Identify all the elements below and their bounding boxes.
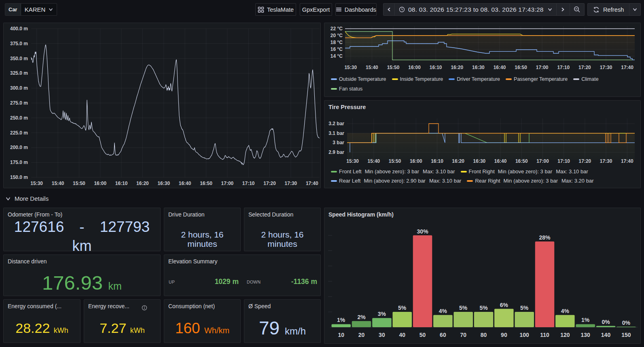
svg-text:1%: 1%	[337, 317, 345, 323]
svg-text:17:40: 17:40	[306, 181, 318, 186]
svg-text:16:30: 16:30	[472, 65, 485, 70]
svg-text:17:40: 17:40	[621, 158, 633, 164]
svg-text:17:00: 17:00	[536, 158, 549, 164]
svg-text:17:10: 17:10	[557, 65, 570, 70]
svg-text:16:40: 16:40	[494, 158, 507, 164]
svg-text:60: 60	[440, 332, 446, 338]
svg-text:18 °C: 18 °C	[330, 40, 343, 45]
svg-text:5%: 5%	[520, 305, 529, 311]
svg-text:16:40: 16:40	[179, 181, 191, 186]
svg-text:16:50: 16:50	[515, 158, 528, 164]
svg-text:400.0 m: 400.0 m	[10, 26, 28, 32]
svg-text:4%: 4%	[439, 308, 447, 314]
svg-text:0%: 0%	[622, 320, 631, 326]
svg-text:16:50: 16:50	[200, 181, 212, 186]
svg-text:15:30: 15:30	[344, 65, 357, 70]
svg-text:16:50: 16:50	[515, 65, 527, 70]
svg-text:15:40: 15:40	[368, 158, 380, 164]
svg-text:5%: 5%	[459, 305, 468, 311]
svg-text:17:00: 17:00	[536, 65, 549, 70]
svg-text:16:20: 16:20	[451, 65, 463, 70]
svg-text:16:40: 16:40	[494, 65, 506, 70]
svg-text:28%: 28%	[539, 234, 551, 241]
svg-text:22 °C: 22 °C	[330, 26, 343, 32]
svg-text:2.9 bar: 2.9 bar	[328, 149, 344, 155]
svg-text:16:10: 16:10	[431, 158, 443, 164]
svg-text:16 °C: 16 °C	[330, 46, 343, 52]
svg-text:120: 120	[560, 332, 570, 338]
svg-text:6%: 6%	[500, 302, 508, 308]
svg-text:16:30: 16:30	[473, 158, 486, 164]
svg-text:40: 40	[399, 332, 405, 338]
svg-text:16:30: 16:30	[157, 181, 170, 186]
svg-text:70: 70	[460, 332, 466, 338]
svg-text:110: 110	[540, 332, 549, 338]
svg-text:16:00: 16:00	[408, 65, 421, 70]
svg-text:2%: 2%	[357, 314, 366, 320]
svg-text:300.0 m: 300.0 m	[10, 85, 28, 91]
svg-text:130: 130	[581, 332, 591, 338]
svg-text:175.0 m: 175.0 m	[10, 160, 28, 165]
svg-text:3.1 bar: 3.1 bar	[328, 130, 344, 136]
svg-text:17:10: 17:10	[242, 181, 255, 186]
svg-text:5%: 5%	[398, 305, 407, 311]
svg-text:16:20: 16:20	[452, 158, 464, 164]
svg-text:15:30: 15:30	[346, 158, 359, 164]
svg-text:3.2 bar: 3.2 bar	[328, 121, 344, 126]
svg-text:16:10: 16:10	[115, 181, 128, 186]
svg-text:15:30: 15:30	[30, 181, 43, 186]
svg-text:4%: 4%	[561, 308, 570, 314]
svg-text:5%: 5%	[479, 305, 488, 311]
svg-text:16:10: 16:10	[430, 65, 442, 70]
svg-text:17:20: 17:20	[578, 65, 591, 70]
svg-text:10: 10	[338, 332, 344, 338]
svg-text:17:30: 17:30	[285, 181, 297, 186]
svg-text:16:00: 16:00	[94, 181, 106, 186]
svg-text:150: 150	[621, 332, 631, 338]
svg-text:375.0 m: 375.0 m	[10, 41, 28, 46]
svg-text:275.0 m: 275.0 m	[10, 100, 28, 106]
svg-text:50: 50	[419, 332, 426, 338]
svg-text:3%: 3%	[378, 311, 386, 317]
svg-text:20 °C: 20 °C	[330, 33, 343, 38]
svg-text:16:20: 16:20	[136, 181, 149, 186]
svg-text:14 °C: 14 °C	[330, 53, 343, 59]
svg-text:350.0 m: 350.0 m	[10, 56, 28, 61]
svg-text:80: 80	[481, 332, 487, 338]
svg-text:15:50: 15:50	[73, 181, 85, 186]
svg-text:1%: 1%	[581, 317, 590, 323]
svg-text:17:20: 17:20	[579, 158, 591, 164]
svg-text:200.0 m: 200.0 m	[10, 145, 28, 150]
svg-text:15:40: 15:40	[366, 65, 378, 70]
svg-text:16:00: 16:00	[410, 158, 422, 164]
svg-text:90: 90	[501, 332, 507, 338]
svg-text:17:10: 17:10	[557, 158, 570, 164]
svg-text:17:30: 17:30	[600, 158, 612, 164]
svg-text:100: 100	[520, 332, 530, 338]
svg-text:225.0 m: 225.0 m	[10, 130, 28, 136]
svg-text:0%: 0%	[602, 319, 610, 325]
svg-text:150.0 m: 150.0 m	[10, 175, 28, 180]
svg-text:20: 20	[358, 332, 365, 338]
svg-text:30: 30	[379, 332, 385, 338]
svg-text:140: 140	[601, 332, 611, 338]
svg-text:325.0 m: 325.0 m	[10, 70, 28, 76]
svg-text:15:50: 15:50	[387, 65, 400, 70]
svg-text:30%: 30%	[417, 228, 429, 235]
svg-text:17:30: 17:30	[600, 65, 612, 70]
svg-text:250.0 m: 250.0 m	[10, 115, 28, 121]
svg-text:17:20: 17:20	[263, 181, 276, 186]
svg-text:15:40: 15:40	[52, 181, 64, 186]
svg-text:15:50: 15:50	[389, 158, 401, 164]
svg-text:17:00: 17:00	[221, 181, 234, 186]
svg-text:17:40: 17:40	[621, 65, 633, 70]
svg-text:3 bar: 3 bar	[333, 140, 344, 145]
